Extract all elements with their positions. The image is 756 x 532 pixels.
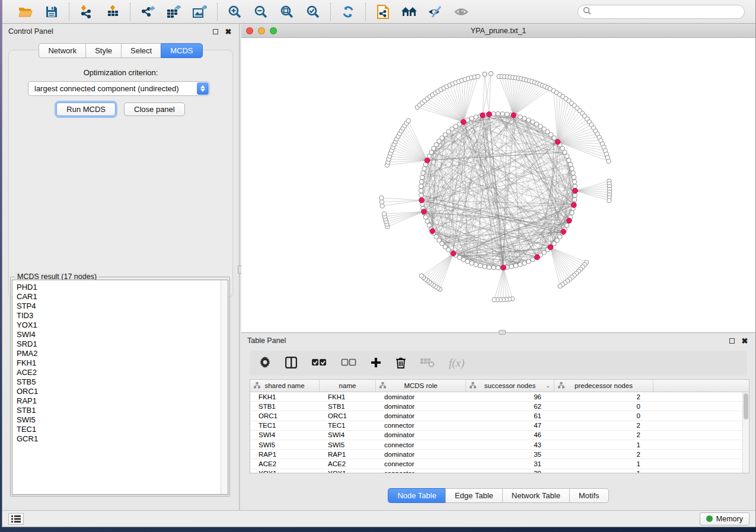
close-panel-button[interactable]: Close panel [124,102,185,116]
table-row[interactable]: FKH1FKH1dominator962 [250,392,742,402]
graph-node[interactable] [406,118,410,123]
graph-node[interactable] [379,196,384,200]
split-columns-button[interactable] [285,354,297,372]
graph-node[interactable] [483,72,487,76]
delete-button[interactable] [395,354,406,372]
table-row[interactable]: SWI5SWI5connector431 [250,440,742,450]
task-history-button[interactable] [8,513,24,525]
table-panel-float-button[interactable] [727,336,736,345]
graph-node[interactable] [505,112,509,116]
graph-node[interactable] [483,264,487,268]
table-row[interactable]: YOX1YOX1connector291 [250,469,742,473]
graph-node[interactable] [419,193,423,197]
control-panel-float-button[interactable] [210,27,220,36]
export-image-button[interactable] [191,3,209,21]
graph-node[interactable] [509,264,513,268]
dominator-node[interactable] [422,209,427,214]
graph-node[interactable] [419,274,423,278]
mcds-list-scrollbar[interactable] [221,280,228,494]
graph-node[interactable] [527,118,531,122]
import-table-button[interactable] [104,3,122,21]
graph-node[interactable] [419,180,423,184]
tab-style[interactable]: Style [85,43,121,58]
graph-node[interactable] [513,264,518,268]
zoom-selected-button[interactable] [304,3,322,21]
column-header-successor-nodes[interactable]: successor nodes⌄ [466,380,554,392]
graph-node[interactable] [465,259,470,264]
search-box[interactable] [578,5,745,19]
graph-node[interactable] [423,215,428,219]
graph-node[interactable] [558,284,562,288]
graph-node[interactable] [421,171,425,175]
graph-node[interactable] [567,158,571,162]
tab-network[interactable]: Network [39,43,85,58]
column-header-shared-name[interactable]: shared name [250,380,320,392]
column-header-MCDS-role[interactable]: MCDS role [376,380,466,392]
graph-node[interactable] [572,175,576,180]
graph-node[interactable] [568,162,572,166]
graph-node[interactable] [420,175,424,180]
dominator-node[interactable] [573,188,578,194]
export-network-button[interactable] [139,3,157,21]
table-row[interactable]: STB1STB1dominator620 [250,402,742,411]
control-panel-close-button[interactable]: ✖ [224,27,233,36]
graph-node[interactable] [474,115,478,119]
graph-node[interactable] [379,200,384,204]
graph-node[interactable] [500,112,505,116]
tab-select[interactable]: Select [121,43,161,58]
graph-node[interactable] [496,265,500,270]
graph-node[interactable] [478,264,482,268]
search-input[interactable] [594,8,739,16]
graph-node[interactable] [570,166,574,171]
memory-button[interactable]: Memory [700,512,749,525]
graph-node[interactable] [573,184,577,188]
tab-mcds[interactable]: MCDS [161,43,202,58]
graph-node[interactable] [492,112,496,116]
graph-node[interactable] [474,262,478,267]
run-mcds-button[interactable]: Run MCDS [56,102,116,116]
graph-node[interactable] [382,211,386,216]
graph-node[interactable] [422,166,426,171]
select-all-button[interactable] [311,354,327,372]
graph-node[interactable] [427,223,431,227]
graph-node[interactable] [419,184,423,188]
settings-button[interactable] [259,354,271,372]
dominator-node[interactable] [487,112,492,117]
graph-node[interactable] [522,261,527,265]
import-network-button[interactable] [78,3,95,21]
graph-node[interactable] [419,188,423,193]
horizontal-splitter-grip[interactable] [499,330,506,335]
table-row[interactable]: ORC1ORC1dominator610 [250,411,742,421]
table-row[interactable]: TEC1TEC1connector472 [250,421,742,431]
graph-node[interactable] [487,265,491,269]
graph-node[interactable] [476,74,480,78]
open-button[interactable] [17,3,34,21]
graph-node[interactable] [564,154,569,158]
table-row[interactable]: ACE2ACE2connector311 [250,459,742,469]
save-button[interactable] [43,3,60,21]
dominator-node[interactable] [419,198,425,203]
graph-node[interactable] [470,116,474,120]
dominator-node[interactable] [430,229,435,234]
optimization-criterion-select[interactable]: largest connected component (undirected) [28,81,210,96]
table-row[interactable]: RAP1RAP1dominator352 [250,450,742,459]
graph-node[interactable] [531,257,535,261]
zoom-fit-button[interactable] [278,3,296,21]
dominator-node[interactable] [425,158,430,163]
eye-button[interactable] [452,3,470,21]
table-scrollbar[interactable] [742,392,749,473]
dominator-node[interactable] [571,203,576,208]
graph-node[interactable] [518,115,522,119]
zoom-in-button[interactable] [226,3,244,21]
deselect-all-button[interactable] [341,354,356,372]
hide-eye-button[interactable] [426,3,444,21]
tab-node-table[interactable]: Node Table [388,488,445,503]
tab-network-table[interactable]: Network Table [502,488,569,503]
dominator-node[interactable] [567,218,572,223]
refresh-button[interactable] [339,3,357,21]
graph-node[interactable] [470,261,474,265]
graph-node[interactable] [571,171,575,175]
graph-node[interactable] [607,198,611,203]
dominator-node[interactable] [480,113,486,118]
network-document-button[interactable] [374,3,392,21]
